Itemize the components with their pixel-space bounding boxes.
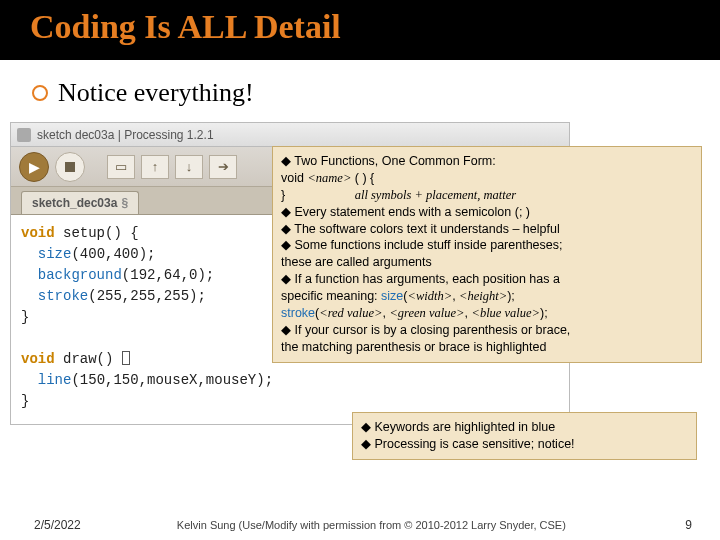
callout-text: Some functions include stuff inside pare… <box>294 238 562 252</box>
callout-text: If your cursor is by a closing parenthes… <box>294 323 570 337</box>
callout-func: size <box>381 289 403 303</box>
code-function: background <box>38 267 122 283</box>
callout-italic: <width> <box>407 289 452 303</box>
page-number: 9 <box>662 518 692 532</box>
callout-text: specific meaning: <box>281 289 381 303</box>
sketch-tab[interactable]: sketch_dec03a § <box>21 191 139 214</box>
stop-button[interactable] <box>55 152 85 182</box>
main-bullet-text: Notice everything! <box>58 78 254 108</box>
callout-text: void <box>281 171 307 185</box>
code-text: (255,255,255); <box>88 288 206 304</box>
callout-italic: all symbols + placement, matter <box>355 188 517 202</box>
callout-line: ◆ Every statement ends with a semicolon … <box>281 204 693 221</box>
callout-italic: <blue value> <box>471 306 540 320</box>
callout-line: ◆ Keywords are highlighted in blue <box>361 419 688 436</box>
code-text: draw() <box>55 351 122 367</box>
ide-titlebar: sketch dec03a | Processing 1.2.1 <box>11 123 569 147</box>
callout-text: Every statement ends with a semicolon (;… <box>294 205 530 219</box>
app-icon <box>17 128 31 142</box>
callout-line: ◆ If your cursor is by a closing parenth… <box>281 322 693 339</box>
code-text <box>21 288 38 304</box>
callout-line: the matching parenthesis or brace is hig… <box>281 339 693 356</box>
ide-window-title: sketch dec03a | Processing 1.2.1 <box>37 128 214 142</box>
callout-text: The software colors text it understands … <box>294 222 559 236</box>
code-function: stroke <box>38 288 88 304</box>
callout-text: ( ) { <box>351 171 374 185</box>
run-button[interactable]: ▶ <box>19 152 49 182</box>
callout-line: } all symbols + placement, matter <box>281 187 693 204</box>
code-text: } <box>21 309 29 325</box>
callout-line: stroke(<red value>, <green value>, <blue… <box>281 305 693 322</box>
footer-date: 2/5/2022 <box>34 518 81 532</box>
code-text: } <box>21 393 29 409</box>
export-button[interactable]: ➔ <box>209 155 237 179</box>
code-text <box>21 246 38 262</box>
callout-text: these are called arguments <box>281 255 432 269</box>
callout-text: Keywords are highlighted in blue <box>374 420 555 434</box>
callout-line: ◆ If a function has arguments, each posi… <box>281 271 693 288</box>
callout-func: stroke <box>281 306 315 320</box>
slide-title-bar: Coding Is ALL Detail <box>0 0 720 60</box>
explanation-callout: ◆ Two Functions, One Common Form: void <… <box>272 146 702 363</box>
code-text <box>21 267 38 283</box>
code-text <box>21 372 38 388</box>
slide-footer: 2/5/2022 Kelvin Sung (Use/Modify with pe… <box>0 518 720 532</box>
bullet-circle-icon <box>32 85 48 101</box>
code-function: size <box>38 246 72 262</box>
code-text: (192,64,0); <box>122 267 214 283</box>
callout-line: ◆ Processing is case sensitive; notice! <box>361 436 688 453</box>
callout-line: ◆ Two Functions, One Common Form: <box>281 153 693 170</box>
code-keyword: void <box>21 225 55 241</box>
callout-line: ◆ Some functions include stuff inside pa… <box>281 237 693 254</box>
open-button[interactable]: ↑ <box>141 155 169 179</box>
code-keyword: void <box>21 351 55 367</box>
callout-italic: <name> <box>307 171 351 185</box>
callout-text: If a function has arguments, each positi… <box>294 272 559 286</box>
callout-line: ◆ The software colors text it understand… <box>281 221 693 238</box>
callout-line: these are called arguments <box>281 254 693 271</box>
section-mark: § <box>121 196 128 210</box>
code-text: (400,400); <box>71 246 155 262</box>
callout-italic: <height> <box>459 289 507 303</box>
callout-text: the matching parenthesis or brace is hig… <box>281 340 546 354</box>
cursor-highlight-icon <box>122 351 130 365</box>
code-function: line <box>38 372 72 388</box>
keywords-callout: ◆ Keywords are highlighted in blue ◆ Pro… <box>352 412 697 460</box>
main-bullet-row: Notice everything! <box>0 60 720 116</box>
callout-italic: <green value> <box>389 306 464 320</box>
callout-text: Two Functions, One Common Form: <box>294 154 495 168</box>
code-text: (150,150,mouseX,mouseY); <box>71 372 273 388</box>
callout-line: void <name> ( ) { <box>281 170 693 187</box>
new-button[interactable]: ▭ <box>107 155 135 179</box>
callout-text: Processing is case sensitive; notice! <box>374 437 574 451</box>
footer-credit: Kelvin Sung (Use/Modify with permission … <box>81 519 662 531</box>
slide-title: Coding Is ALL Detail <box>30 8 720 46</box>
tab-label: sketch_dec03a <box>32 196 117 210</box>
callout-line: specific meaning: size(<width>, <height>… <box>281 288 693 305</box>
code-text: setup() { <box>55 225 139 241</box>
callout-text: } <box>281 188 285 202</box>
callout-text: ); <box>507 289 515 303</box>
save-button[interactable]: ↓ <box>175 155 203 179</box>
callout-text: ); <box>540 306 548 320</box>
callout-italic: <red value> <box>319 306 382 320</box>
